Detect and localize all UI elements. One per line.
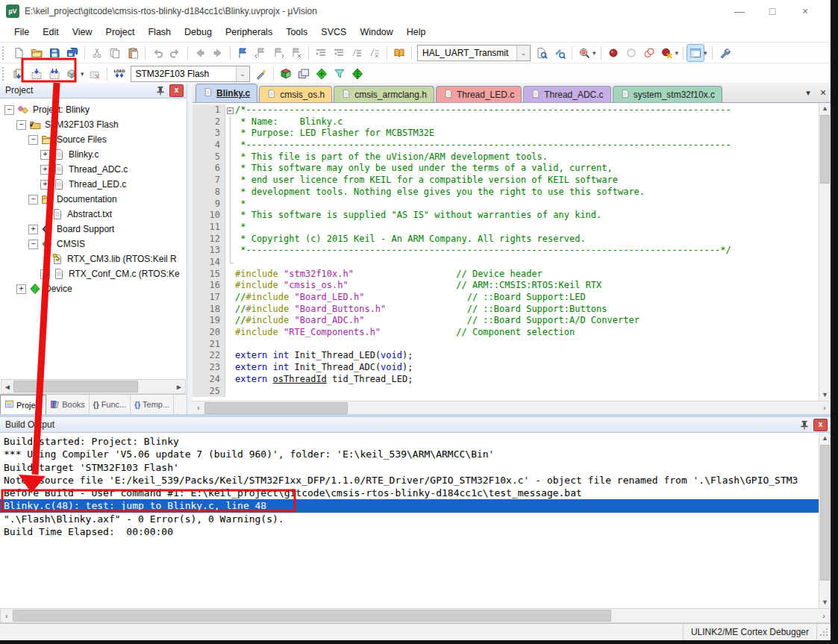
breakpoints-disable-icon[interactable]: [641, 45, 657, 61]
code-line-24[interactable]: 24extern osThreadId tid_Thread_LED;: [193, 374, 819, 386]
collapse-icon[interactable]: −: [28, 135, 38, 145]
tree-item-project[interactable]: −Project: Blinky: [0, 102, 187, 117]
tree-item-stm32f103[interactable]: −STM32F103 Flash: [0, 117, 187, 132]
tree-item-abstract.txt[interactable]: Abstract.txt: [0, 207, 187, 222]
collapse-icon[interactable]: −: [16, 120, 26, 130]
code-line-2[interactable]: 2 * Name: Blinky.c: [193, 116, 819, 128]
menu-svcs[interactable]: SVCS: [314, 24, 353, 40]
expand-icon[interactable]: +: [40, 180, 50, 190]
redo-icon[interactable]: [167, 45, 184, 61]
scroll-right-icon[interactable]: ►: [173, 383, 185, 391]
code-line-18[interactable]: 18//#include "Board_Buttons.h" // ::Boar…: [193, 304, 819, 316]
build-output-hscrollbar[interactable]: ‹ ›: [0, 608, 831, 623]
code-line-7[interactable]: 7 * end user licence from KEIL for a com…: [193, 175, 819, 187]
editor-tab-cmsis_armclang-h[interactable]: cmsis_armclang.h: [334, 86, 434, 102]
load-flash-icon[interactable]: LOAD: [111, 66, 128, 82]
tree-item-blinky.c[interactable]: +Blinky.c: [0, 147, 187, 162]
panel-tab-project[interactable]: Project: [0, 395, 46, 414]
tree-item-board[interactable]: +Board Support: [0, 222, 187, 237]
code-line-21[interactable]: 21: [193, 339, 819, 351]
menu-peripherals[interactable]: Peripherals: [219, 24, 279, 40]
close-document-icon[interactable]: ×: [816, 87, 831, 99]
comment-icon[interactable]: [348, 45, 365, 61]
project-hscrollbar[interactable]: ◄ ►: [1, 379, 186, 394]
build-icon[interactable]: [28, 66, 45, 82]
expand-icon[interactable]: +: [40, 150, 50, 160]
editor-tab-thread_led-c[interactable]: Thread_LED.c: [436, 86, 522, 102]
breakpoint-set-icon[interactable]: [605, 45, 622, 61]
scroll-left-icon[interactable]: ◄: [1, 383, 13, 391]
save-icon[interactable]: [46, 45, 63, 61]
build-message[interactable]: ".\Flash\Blinky.axf" - 0 Error(s), 0 War…: [4, 513, 819, 525]
menu-project[interactable]: Project: [99, 24, 142, 40]
pack-installer-icon[interactable]: [313, 66, 330, 82]
collapse-icon[interactable]: −: [28, 240, 38, 249]
menu-help[interactable]: Help: [400, 24, 433, 40]
uncomment-icon[interactable]: [366, 45, 383, 61]
scroll-left-icon[interactable]: ‹: [193, 404, 204, 412]
dropdown-caret-icon[interactable]: ▾: [592, 49, 596, 57]
tree-item-cmsis[interactable]: −CMSIS: [0, 237, 187, 251]
bookmark-prev-icon[interactable]: [252, 45, 269, 61]
minimize-button[interactable]: —: [723, 1, 756, 21]
code-line-13[interactable]: 13 *------------------------------------…: [193, 245, 819, 257]
tree-item-documentation[interactable]: −Documentation: [0, 192, 187, 207]
undo-icon[interactable]: [149, 45, 166, 61]
search-text-combo-dropdown-icon[interactable]: ⌄: [516, 46, 530, 60]
build-message[interactable]: Note: source file 'E:/keil_539/Packs/Kei…: [4, 474, 819, 487]
menu-edit[interactable]: Edit: [36, 24, 66, 40]
tree-item-thread_adc.c[interactable]: +Thread_ADC.c: [0, 162, 187, 177]
panel-tab-books[interactable]: Books: [46, 395, 90, 414]
save-all-icon[interactable]: [64, 45, 81, 61]
collapse-icon[interactable]: −: [28, 195, 38, 204]
fold-marker-icon[interactable]: [225, 104, 235, 116]
code-line-17[interactable]: 17//#include "Board_LED.h" // ::Board Su…: [193, 292, 819, 304]
tree-item-thread_led.c[interactable]: +Thread_LED.c: [0, 177, 187, 192]
code-line-6[interactable]: 6 * This software may only be used under…: [193, 163, 819, 175]
scroll-up-icon[interactable]: ▲: [819, 103, 831, 114]
scroll-left-icon[interactable]: ‹: [1, 612, 13, 620]
code-line-3[interactable]: 3 * Purpose: LED Flasher for MCBSTM32E: [193, 128, 819, 140]
bookmark-next-icon[interactable]: [270, 45, 287, 61]
scroll-right-icon[interactable]: ›: [818, 612, 830, 620]
panel-tab-func[interactable]: {}Func...: [90, 395, 131, 414]
project-panel-close-icon[interactable]: x: [169, 84, 184, 97]
cut-icon[interactable]: [89, 45, 105, 61]
tree-item-rtx_cm3.lib[interactable]: RTX_CM3.lib (RTOS:Keil R: [0, 251, 187, 266]
new-file-icon[interactable]: [10, 45, 27, 61]
code-line-14[interactable]: 14: [193, 257, 819, 269]
close-button[interactable]: ×: [789, 1, 822, 21]
code-line-20[interactable]: 20#include "RTE_Components.h" // Compone…: [193, 327, 819, 339]
pack-grid-icon[interactable]: [349, 66, 366, 82]
scroll-thumb[interactable]: [204, 402, 348, 414]
tree-item-device[interactable]: +Device: [0, 281, 187, 296]
scroll-right-icon[interactable]: ›: [819, 404, 831, 412]
expand-icon[interactable]: +: [16, 284, 26, 294]
scroll-down-icon[interactable]: ▼: [819, 390, 831, 401]
code-line-5[interactable]: 5 * This file is part of the uVision/ARM…: [193, 151, 819, 163]
bookmark-clear-icon[interactable]: [288, 45, 304, 61]
resize-grip[interactable]: [819, 627, 828, 637]
nav-forward-icon[interactable]: [210, 45, 226, 61]
menu-debug[interactable]: Debug: [178, 24, 219, 40]
scroll-thumb[interactable]: [13, 610, 611, 622]
code-line-15[interactable]: 15#include "stm32f10x.h" // Device heade…: [193, 269, 819, 281]
menu-window[interactable]: Window: [353, 24, 399, 40]
pin-icon[interactable]: [154, 85, 166, 96]
scroll-down-icon[interactable]: ▼: [819, 597, 831, 608]
window-layout-icon[interactable]: [687, 45, 704, 61]
nav-back-icon[interactable]: [192, 45, 208, 61]
tab-list-dropdown-icon[interactable]: ▾: [801, 88, 816, 98]
find-in-files-icon[interactable]: [534, 45, 550, 61]
menu-tools[interactable]: Tools: [279, 24, 314, 40]
manage-rte-icon[interactable]: [278, 66, 294, 82]
search-text-combo[interactable]: HAL_UART_Transmit⌄: [417, 45, 531, 61]
build-message[interactable]: *** Using Compiler 'V5.06 update 7 (buil…: [4, 448, 819, 460]
editor-hscrollbar[interactable]: ‹ ›: [193, 401, 831, 414]
code-line-22[interactable]: 22extern int Init_Thread_LED(void);: [193, 350, 819, 362]
open-folder-icon[interactable]: [28, 45, 45, 61]
code-line-8[interactable]: 8 * development tools. Nothing else give…: [193, 187, 819, 198]
editor-tab-system_stm32f10x-c[interactable]: system_stm32f10x.c: [613, 86, 722, 102]
code-line-12[interactable]: 12 * Copyright (c) 2015 Keil - An ARM Co…: [193, 234, 819, 246]
menu-file[interactable]: File: [7, 24, 36, 40]
